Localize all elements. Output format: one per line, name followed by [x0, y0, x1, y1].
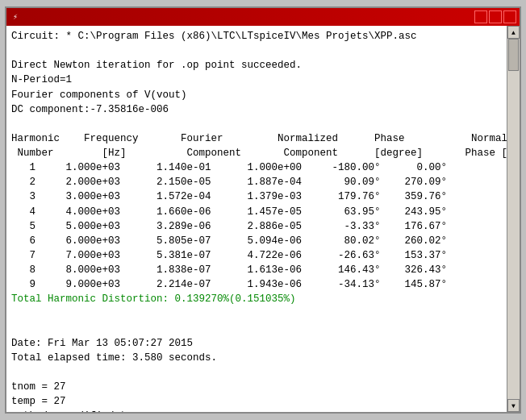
title-bar: ⚡ [6, 8, 520, 26]
log-line: method = modified trap [11, 410, 144, 412]
thd-line: Total Harmonic Distortion: 0.139270%(0.1… [11, 293, 296, 305]
log-line: 8 8.000e+03 1.838e-07 1.613e-06 146.43° … [11, 264, 447, 276]
title-bar-left: ⚡ [10, 11, 24, 23]
scroll-up-button[interactable]: ▲ [507, 26, 520, 39]
log-line: 6 6.000e+03 5.805e-07 5.094e-06 80.02° 2… [11, 235, 447, 247]
maximize-button[interactable] [489, 10, 502, 23]
log-line: Number [Hz] Component Component [degree]… [11, 148, 507, 159]
log-line: 4 4.000e+03 1.660e-06 1.457e-05 63.95° 2… [11, 206, 447, 218]
log-line: Harmonic Frequency Fourier Normalized Ph… [11, 133, 507, 144]
main-window: ⚡ Circuit: * C:\Program Files (x86)\LTC\… [5, 6, 521, 414]
log-line: 2 2.000e+03 2.150e-05 1.887e-04 90.09° 2… [11, 177, 447, 188]
log-line: Direct Newton iteration for .op point su… [11, 60, 302, 71]
log-line: 9 9.000e+03 2.214e-07 1.943e-06 -34.13° … [11, 279, 447, 290]
log-line: 1 1.000e+03 1.140e-01 1.000e+00 -180.00°… [11, 162, 447, 173]
log-line: temp = 27 [11, 396, 66, 407]
scrollbar-thumb[interactable] [508, 39, 519, 71]
log-line: Fourier components of V(vout) [11, 89, 187, 101]
log-line: Circuit: * C:\Program Files (x86)\LTC\LT… [11, 31, 417, 42]
minimize-button[interactable] [474, 10, 487, 23]
log-line: 5 5.000e+03 3.289e-06 2.886e-05 -3.33° 1… [11, 221, 447, 232]
app-icon: ⚡ [10, 11, 21, 23]
title-controls [474, 10, 516, 23]
log-line: Date: Fri Mar 13 05:07:27 2015 [11, 338, 193, 349]
log-line: DC component:-7.35816e-006 [11, 104, 169, 115]
scrollbar: ▲ ▼ [507, 26, 520, 412]
log-line: Total elapsed time: 3.580 seconds. [11, 352, 217, 364]
close-button[interactable] [503, 10, 516, 23]
log-line: 3 3.000e+03 1.572e-04 1.379e-03 179.76° … [11, 191, 447, 202]
scrollbar-track[interactable] [507, 39, 520, 399]
log-line: tnom = 27 [11, 381, 66, 393]
scroll-down-button[interactable]: ▼ [507, 399, 520, 412]
log-line: 7 7.000e+03 5.381e-07 4.722e-06 -26.63° … [11, 250, 447, 261]
content-area: Circuit: * C:\Program Files (x86)\LTC\LT… [6, 26, 520, 412]
log-line: N-Period=1 [11, 74, 72, 85]
log-content[interactable]: Circuit: * C:\Program Files (x86)\LTC\LT… [6, 26, 507, 412]
